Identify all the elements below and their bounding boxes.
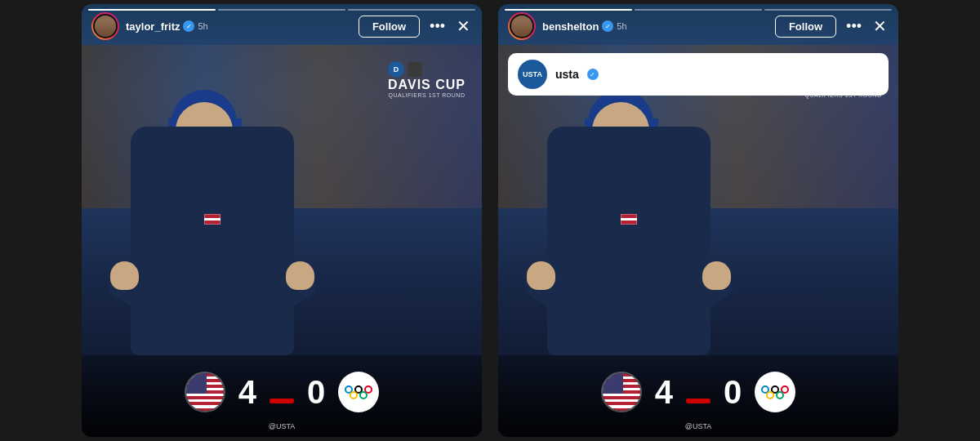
progress-bar-1	[88, 9, 216, 11]
usta-verified-icon: ✓	[587, 69, 599, 80]
davis-cup-subtitle: QUALIFIERS 1ST ROUND	[388, 92, 466, 98]
score-left-2: 4	[655, 376, 673, 408]
score-divider-2	[686, 399, 710, 403]
usta-label-2: @USTA	[685, 422, 711, 430]
time-ago-ben: 5h	[617, 21, 626, 31]
score-right: 0	[307, 376, 325, 408]
score-bar-2: 4 0	[498, 355, 898, 437]
us-flag-2	[601, 372, 642, 412]
score-item-ct-2	[755, 372, 795, 412]
username-taylor[interactable]: taylor_fritz	[126, 20, 180, 33]
progress-bar-2-3	[764, 9, 892, 11]
coach-fist-left	[110, 261, 139, 290]
close-button-ben[interactable]: ✕	[871, 16, 889, 36]
coach-fist-left-2	[527, 261, 555, 290]
score-item-ct	[338, 372, 379, 412]
usta-banner: USTA usta ✓	[508, 53, 889, 96]
dc-circle-icon: D	[388, 61, 404, 78]
close-button-taylor[interactable]: ✕	[455, 16, 472, 36]
coach-figure-2	[539, 102, 719, 355]
progress-bars-2	[498, 4, 898, 11]
avatar-taylor[interactable]	[91, 12, 119, 40]
score-bar: 4 0	[82, 355, 482, 437]
progress-bar-3	[348, 9, 475, 11]
progress-bar-2	[218, 9, 345, 11]
ct-flag-2	[755, 372, 795, 412]
flag-patch	[204, 214, 220, 225]
verified-icon-taylor: ✓	[183, 20, 194, 32]
score-item-us	[185, 372, 225, 412]
coach-fist-right	[286, 261, 314, 290]
username-ben[interactable]: benshelton	[542, 20, 599, 33]
verified-icon-ben: ✓	[602, 20, 613, 32]
score-left: 4	[238, 376, 256, 408]
follow-button-taylor[interactable]: Follow	[359, 16, 420, 38]
usta-logo: USTA	[518, 60, 547, 89]
coach-body-2	[547, 127, 710, 355]
dc-square-icon	[408, 62, 422, 77]
more-button-ben[interactable]: •••	[843, 18, 865, 35]
story-card-taylor: D DAVIS CUP QUALIFIERS 1ST ROUND 4 0	[82, 4, 482, 437]
follow-button-ben[interactable]: Follow	[775, 16, 836, 38]
usta-label: @USTA	[269, 422, 295, 430]
usta-banner-name: usta	[555, 68, 579, 81]
progress-bar-2-1	[505, 9, 632, 11]
user-info-taylor: taylor_fritz ✓ 5h	[126, 20, 352, 33]
coach-figure	[122, 102, 302, 355]
davis-cup-title: DAVIS CUP	[388, 78, 466, 92]
us-flag	[185, 372, 225, 412]
user-info-ben: benshelton ✓ 5h	[542, 20, 768, 33]
story-card-ben: D DAVIS CUP QUALIFIERS 1ST ROUND 4 0	[498, 4, 898, 437]
score-item-us-2	[601, 372, 642, 412]
coach-fist-right-2	[702, 261, 731, 290]
ct-flag	[338, 372, 379, 412]
coach-body	[131, 127, 294, 355]
progress-bars	[82, 4, 482, 11]
story-header-ben: benshelton ✓ 5h Follow ••• ✕	[498, 4, 898, 48]
flag-patch-2	[621, 214, 637, 225]
more-button-taylor[interactable]: •••	[426, 18, 448, 35]
avatar-ben[interactable]	[508, 12, 536, 40]
davis-cup-logo: D DAVIS CUP QUALIFIERS 1ST ROUND	[388, 61, 466, 98]
story-header-taylor: taylor_fritz ✓ 5h Follow ••• ✕	[82, 4, 482, 48]
score-divider	[270, 399, 294, 403]
progress-bar-2-2	[635, 9, 762, 11]
score-right-2: 0	[724, 376, 742, 408]
time-ago-taylor: 5h	[198, 21, 207, 31]
